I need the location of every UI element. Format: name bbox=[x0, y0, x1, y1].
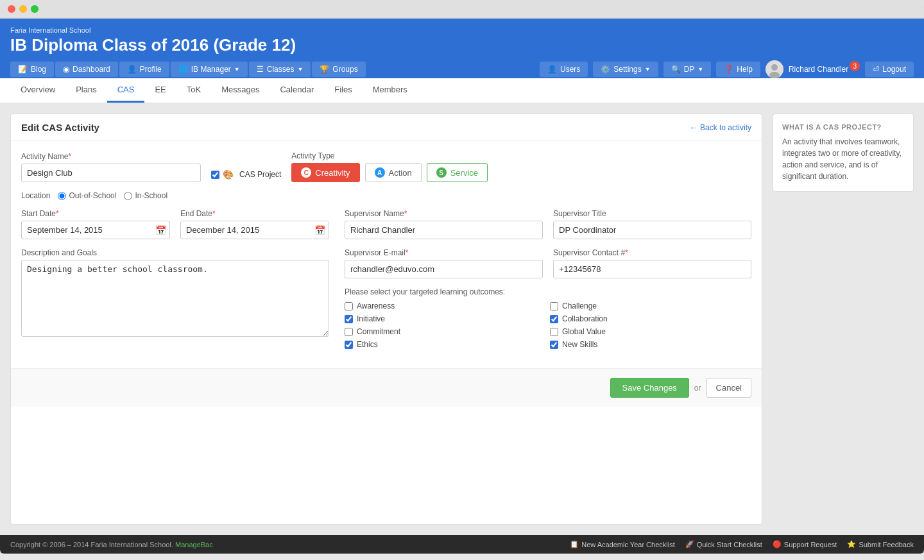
description-group: Description and Goals Designing a better… bbox=[21, 248, 329, 339]
start-date-input[interactable] bbox=[21, 221, 170, 239]
learning-outcomes-section: Please select your targeted learning out… bbox=[345, 287, 751, 349]
end-date-wrapper: 📅 bbox=[180, 221, 329, 239]
nav-profile[interactable]: 👤 Profile bbox=[119, 62, 169, 77]
footer-new-academic-year-link[interactable]: 📋 New Academic Year Checklist bbox=[570, 540, 675, 548]
tab-calendar[interactable]: Calendar bbox=[270, 78, 324, 103]
collaboration-checkbox[interactable] bbox=[550, 315, 558, 323]
tab-messages[interactable]: Messages bbox=[211, 78, 270, 103]
top-bar: Faria International School IB Diploma Cl… bbox=[0, 19, 924, 78]
in-school-radio-label[interactable]: In-School bbox=[124, 191, 167, 200]
tab-overview[interactable]: Overview bbox=[10, 78, 65, 103]
nav-ib-manager[interactable]: 🌐 IB Manager ▼ bbox=[171, 62, 248, 77]
tab-tok[interactable]: ToK bbox=[176, 78, 211, 103]
logout-icon: ⏎ bbox=[873, 65, 879, 74]
save-changes-button[interactable]: Save Changes bbox=[610, 378, 689, 398]
activity-name-input[interactable] bbox=[21, 164, 201, 182]
arrow-left-icon: ← bbox=[690, 123, 697, 132]
footer-brand-link[interactable]: ManageBac bbox=[175, 541, 213, 548]
classes-icon: ☰ bbox=[257, 65, 264, 74]
end-date-input[interactable] bbox=[180, 221, 329, 239]
type-creativity-button[interactable]: C Creativity bbox=[291, 163, 359, 182]
outcome-collaboration: Collaboration bbox=[550, 314, 751, 323]
svg-point-1 bbox=[771, 64, 778, 71]
sidebar-content: WHAT IS A CAS PROJECT? An activity that … bbox=[773, 114, 914, 192]
cancel-button[interactable]: Cancel bbox=[706, 378, 751, 398]
mac-close-button[interactable] bbox=[8, 5, 15, 13]
tab-members[interactable]: Members bbox=[363, 78, 418, 103]
outcome-awareness: Awareness bbox=[345, 301, 546, 310]
nav-blog[interactable]: 📝 Blog bbox=[10, 62, 54, 77]
type-service-button[interactable]: S Service bbox=[427, 163, 488, 182]
nav-dashboard[interactable]: ◉ Dashboard bbox=[55, 62, 118, 77]
quick-start-icon: 🚀 bbox=[685, 540, 694, 548]
out-of-school-radio-label[interactable]: Out-of-School bbox=[58, 191, 116, 200]
nav-groups[interactable]: 🏆 Groups bbox=[312, 62, 365, 77]
new-skills-checkbox[interactable] bbox=[550, 341, 558, 349]
supervisor-email-group: Supervisor E-mail* bbox=[345, 248, 543, 278]
footer-links: 📋 New Academic Year Checklist 🚀 Quick St… bbox=[570, 540, 914, 548]
supervisor-contact-group: Supervisor Contact #* bbox=[553, 248, 751, 278]
cas-project-checkbox[interactable] bbox=[211, 171, 219, 179]
footer-quick-start-link[interactable]: 🚀 Quick Start Checklist bbox=[685, 540, 762, 548]
form-title: Edit CAS Activity bbox=[21, 122, 99, 133]
footer-copyright: Copyright © 2006 – 2014 Faria Internatio… bbox=[10, 541, 213, 548]
supervisor-email-input[interactable] bbox=[345, 260, 543, 278]
avatar bbox=[766, 60, 783, 78]
top-nav-left: 📝 Blog ◉ Dashboard 👤 Profile 🌐 IB Manage… bbox=[10, 62, 366, 77]
outcome-ethics: Ethics bbox=[345, 340, 546, 349]
footer-support-request-link[interactable]: 🔴 Support Request bbox=[773, 540, 837, 548]
cas-project-label: CAS Project bbox=[239, 170, 281, 179]
mac-maximize-button[interactable] bbox=[31, 5, 38, 13]
supervisor-name-label: Supervisor Name* bbox=[345, 209, 543, 218]
type-action-button[interactable]: A Action bbox=[365, 163, 422, 182]
support-icon: 🔴 bbox=[773, 540, 782, 548]
supervisor-name-input[interactable] bbox=[345, 221, 543, 239]
ethics-checkbox[interactable] bbox=[345, 341, 353, 349]
logout-button[interactable]: ⏎ Logout bbox=[865, 62, 914, 77]
supervisor-email-label: Supervisor E-mail* bbox=[345, 248, 543, 257]
end-date-calendar-icon[interactable]: 📅 bbox=[314, 225, 325, 235]
description-textarea[interactable]: Designing a better school classroom. bbox=[21, 260, 329, 337]
commitment-checkbox[interactable] bbox=[345, 328, 353, 336]
creativity-icon: C bbox=[301, 167, 311, 178]
activity-type-buttons: C Creativity A Action S Service bbox=[291, 163, 751, 182]
nav-help[interactable]: ❓ Help bbox=[716, 62, 760, 77]
nav-users[interactable]: 👤 Users bbox=[540, 62, 588, 77]
tab-ee[interactable]: EE bbox=[144, 78, 176, 103]
form-header: Edit CAS Activity ← Back to activity bbox=[11, 114, 762, 141]
nav-dp[interactable]: 🔍 DP ▼ bbox=[663, 62, 712, 77]
outcome-global-value: Global Value bbox=[550, 327, 751, 336]
help-icon: ❓ bbox=[724, 65, 733, 74]
start-date-calendar-icon[interactable]: 📅 bbox=[155, 225, 166, 235]
user-name: Richard Chandler bbox=[789, 65, 848, 74]
initiative-checkbox[interactable] bbox=[345, 315, 353, 323]
checklist-icon: 📋 bbox=[570, 540, 579, 548]
challenge-checkbox[interactable] bbox=[550, 302, 558, 310]
dashboard-icon: ◉ bbox=[63, 65, 69, 74]
blog-icon: 📝 bbox=[18, 65, 28, 74]
users-icon: 👤 bbox=[547, 65, 557, 74]
outcomes-grid: Awareness Challenge Initiative bbox=[345, 301, 751, 349]
secondary-nav: Overview Plans CAS EE ToK Messages Calen… bbox=[0, 78, 924, 103]
in-school-radio[interactable] bbox=[124, 192, 132, 200]
awareness-checkbox[interactable] bbox=[345, 302, 353, 310]
notification-badge[interactable]: 3 bbox=[850, 61, 860, 71]
sidebar-panel: WHAT IS A CAS PROJECT? An activity that … bbox=[773, 114, 914, 525]
tab-plans[interactable]: Plans bbox=[65, 78, 107, 103]
start-date-wrapper: 📅 bbox=[21, 221, 170, 239]
footer-submit-feedback-link[interactable]: ⭐ Submit Feedback bbox=[847, 540, 914, 548]
out-of-school-radio[interactable] bbox=[58, 192, 66, 200]
back-to-activity-link[interactable]: ← Back to activity bbox=[690, 123, 751, 132]
nav-settings[interactable]: ⚙️ Settings ▼ bbox=[593, 62, 658, 77]
user-area: Richard Chandler 3 bbox=[766, 60, 860, 78]
top-nav-right: 👤 Users ⚙️ Settings ▼ 🔍 DP ▼ ❓ Help bbox=[540, 60, 914, 78]
supervisor-contact-input[interactable] bbox=[553, 260, 751, 278]
classes-dropdown-arrow: ▼ bbox=[297, 66, 303, 72]
supervisor-title-label: Supervisor Title bbox=[553, 209, 751, 218]
global-value-checkbox[interactable] bbox=[550, 328, 558, 336]
supervisor-title-input[interactable] bbox=[553, 221, 751, 239]
mac-minimize-button[interactable] bbox=[19, 5, 27, 13]
tab-cas[interactable]: CAS bbox=[107, 78, 145, 103]
nav-classes[interactable]: ☰ Classes ▼ bbox=[249, 62, 311, 77]
tab-files[interactable]: Files bbox=[324, 78, 362, 103]
